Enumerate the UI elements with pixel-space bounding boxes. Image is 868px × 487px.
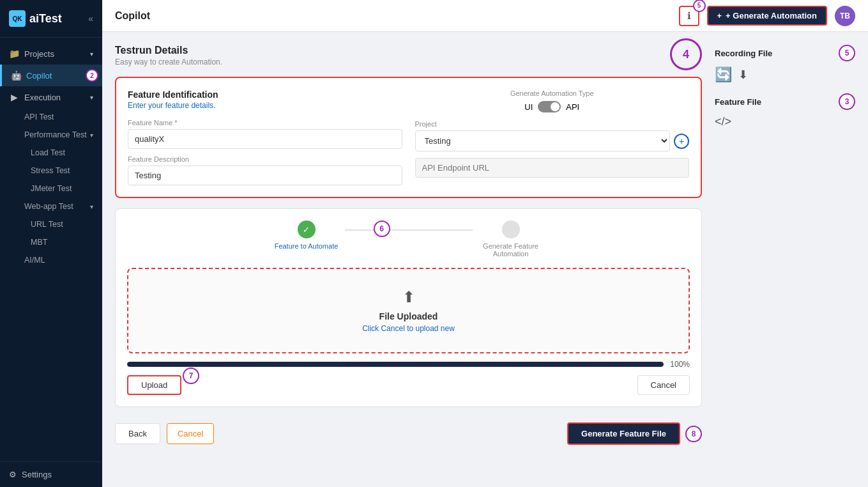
step2-dot: [502, 220, 520, 238]
generate-automation-button[interactable]: + + Generate Automation: [707, 6, 828, 26]
generate-type-label: Generate Automation Type: [415, 89, 690, 97]
upload-title: File Uploaded: [141, 311, 676, 321]
api-endpoint-input[interactable]: [415, 158, 690, 178]
feature-form-left: Feature Identification Enter your featur…: [128, 89, 402, 185]
download-icon[interactable]: ⬇: [738, 68, 748, 82]
feature-desc-input[interactable]: [128, 166, 402, 185]
api-test-label: API Test: [24, 112, 54, 121]
step1-dot: ✓: [298, 220, 316, 238]
testrun-info: Testrun Details Easy way to create Autom…: [115, 45, 702, 66]
upload-card: ✓ Feature to Automate Generate Feature A…: [115, 208, 702, 407]
generate-file-wrapper: Generate Feature File 8: [567, 422, 702, 445]
api-endpoint-group: [415, 158, 690, 178]
progress-steps: ✓ Feature to Automate Generate Feature A…: [127, 220, 690, 258]
projects-icon: 📁: [9, 49, 19, 59]
page-title: Copilot: [115, 10, 150, 22]
sidebar-navigation: 📁 Projects ▾ 🤖 Copilot 2 ▶ Execution ▾ A…: [0, 38, 102, 461]
header-actions: ℹ 5 + + Generate Automation TB: [679, 6, 856, 26]
step1-label: Feature to Automate: [268, 242, 345, 250]
upload-cancel-row: Upload 7 Cancel: [127, 375, 690, 395]
testrun-header: Testrun Details Easy way to create Autom…: [115, 45, 702, 66]
feature-name-input[interactable]: [128, 129, 402, 149]
url-test-label: URL Test: [31, 220, 63, 229]
recording-file-header: Recording File 5: [715, 45, 855, 61]
upload-btn-wrapper: Upload 7: [127, 375, 181, 395]
copilot-badge: 2: [86, 69, 98, 82]
avatar: TB: [835, 6, 855, 26]
upload-icon: ⬆: [141, 288, 676, 306]
settings-icon: ⚙: [9, 470, 17, 479]
generate-feature-file-button[interactable]: Generate Feature File: [567, 422, 680, 445]
project-group: Project Testing +: [415, 120, 690, 151]
ui-api-toggle[interactable]: [538, 101, 561, 112]
feature-form-container: Feature Identification Enter your featur…: [128, 89, 689, 185]
sidebar-item-execution[interactable]: ▶ Execution ▾: [0, 86, 102, 108]
feature-name-label: Feature Name *: [128, 119, 402, 127]
feature-file-header: Feature File 3: [715, 93, 855, 110]
jmeter-test-label: JMeter Test: [31, 184, 72, 193]
step2-label: Generate Feature Automation: [473, 242, 549, 258]
add-project-button[interactable]: +: [674, 134, 689, 149]
sidebar-item-jmeter-test[interactable]: JMeter Test: [0, 180, 102, 197]
aiml-label: AI/ML: [24, 256, 45, 265]
info-button[interactable]: ℹ 5: [679, 6, 699, 26]
step1-container: ✓ Feature to Automate: [268, 220, 345, 250]
sidebar-item-copilot[interactable]: 🤖 Copilot 2: [0, 65, 102, 86]
project-label: Project: [415, 120, 690, 128]
info-icon: ℹ: [687, 10, 691, 22]
testrun-title: Testrun Details: [115, 45, 702, 56]
collapse-button[interactable]: «: [88, 13, 93, 24]
cancel-upload-button[interactable]: Cancel: [637, 375, 690, 395]
upload-subtitle: Click Cancel to upload new: [141, 324, 676, 333]
settings-item[interactable]: ⚙ Settings: [0, 461, 102, 487]
left-panel: Testrun Details Easy way to create Autom…: [115, 45, 702, 474]
sidebar-item-mbt[interactable]: MBT: [0, 233, 102, 251]
sidebar-item-api-test[interactable]: API Test: [0, 108, 102, 126]
sidebar-item-label-copilot: Copilot: [26, 71, 52, 81]
content-area: Testrun Details Easy way to create Autom…: [102, 32, 868, 487]
step-badge-6: 6: [374, 220, 390, 237]
toggle-api-label: API: [566, 102, 579, 112]
generate-badge-8: 8: [685, 426, 702, 442]
right-panel: Recording File 5 🔄 ⬇ Feature File 3 </>: [715, 45, 855, 474]
generate-automation-label: + Generate Automation: [726, 11, 817, 20]
feature-desc-group: Feature Description: [128, 155, 402, 185]
upload-area[interactable]: ⬆ File Uploaded Click Cancel to upload n…: [127, 268, 690, 353]
logo-icon: QK: [9, 10, 26, 27]
recording-file-section: Recording File 5 🔄 ⬇: [715, 45, 855, 83]
testrun-subtitle: Easy way to create Automation.: [115, 58, 702, 66]
sidebar-item-label-projects: Projects: [24, 49, 54, 59]
mbt-label: MBT: [31, 238, 47, 247]
webapp-caret: ▾: [90, 203, 93, 210]
sidebar-item-web-app-test[interactable]: Web-app Test ▾: [0, 197, 102, 215]
main-content: Copilot ℹ 5 + + Generate Automation TB T…: [102, 0, 868, 487]
step-4-label: 4: [670, 38, 702, 70]
execution-caret: ▾: [90, 94, 93, 101]
step-connector: [345, 229, 473, 231]
sidebar-item-stress-test[interactable]: Stress Test: [0, 162, 102, 180]
project-select[interactable]: Testing: [415, 130, 671, 151]
feature-identification-card: Feature Identification Enter your featur…: [115, 77, 702, 198]
bottom-buttons-row: Back Cancel Generate Feature File 8: [115, 422, 702, 445]
sidebar-item-label-execution: Execution: [24, 93, 61, 102]
sidebar-item-url-test[interactable]: URL Test: [0, 215, 102, 233]
web-app-test-label: Web-app Test: [24, 202, 73, 211]
sidebar-item-aiml[interactable]: AI/ML: [0, 251, 102, 269]
sidebar-logo: QK aiTest «: [0, 0, 102, 38]
feature-id-subtitle: Enter your feature details.: [128, 101, 402, 110]
feature-id-title: Feature Identification: [128, 89, 402, 100]
sidebar-item-projects[interactable]: 📁 Projects ▾: [0, 43, 102, 65]
sidebar-item-performance-test[interactable]: Performance Test ▾: [0, 126, 102, 144]
upload-badge-7: 7: [183, 367, 199, 384]
feature-file-section: Feature File 3 </>: [715, 93, 855, 128]
progress-bar-fill: [127, 362, 664, 367]
back-button[interactable]: Back: [115, 423, 160, 444]
sidebar-item-load-test[interactable]: Load Test: [0, 144, 102, 162]
cancel-button[interactable]: Cancel: [167, 423, 214, 444]
upload-button[interactable]: Upload: [127, 375, 181, 395]
step-4-circle: 4: [670, 38, 702, 70]
generate-automation-icon: +: [717, 11, 722, 20]
performance-test-label: Performance Test: [24, 130, 87, 139]
feature-file-code-icon[interactable]: </>: [715, 115, 731, 128]
project-row: Testing +: [415, 130, 690, 151]
